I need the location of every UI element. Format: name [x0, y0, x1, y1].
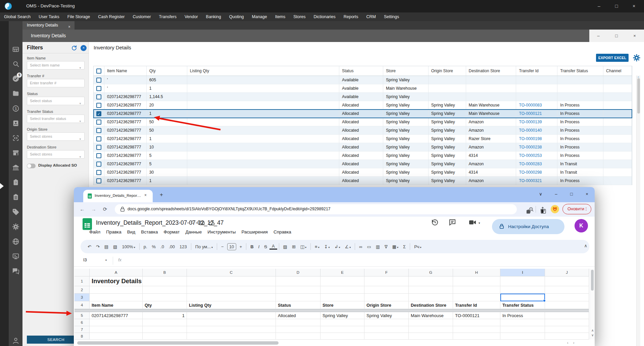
paint-format-icon[interactable]: ▧ — [111, 244, 119, 249]
cell-J3[interactable] — [545, 294, 589, 301]
cell-A1[interactable]: Inventory Details — [90, 276, 143, 286]
cell-D1[interactable] — [276, 276, 320, 286]
child-close-button[interactable]: × — [626, 30, 644, 42]
export-excel-button[interactable]: EXPORT EXCEL — [596, 54, 629, 62]
table-row[interactable]: 02071423629877720AllocatedSpring ValleyS… — [94, 101, 632, 110]
selected-cell-I3[interactable] — [500, 294, 545, 301]
cell-H5[interactable]: TO-0000121 — [453, 312, 500, 319]
sheets-menu-[interactable]: Инструменты — [207, 229, 236, 234]
menu-item-items[interactable]: Items — [271, 12, 290, 21]
new-tab-button[interactable]: + — [158, 191, 165, 199]
move-folder-icon[interactable] — [199, 220, 205, 226]
menu-item-file-storage[interactable]: File Storage — [63, 12, 94, 21]
borders-icon[interactable]: ⊞ — [290, 244, 298, 249]
cell-I6[interactable] — [500, 319, 545, 326]
transfer-id-link[interactable]: TO-0000253 — [519, 153, 542, 158]
filter-select-origin-store[interactable]: Select stores▼ — [27, 132, 85, 141]
fill-handle[interactable] — [543, 299, 546, 302]
sidebar-chat-icon[interactable] — [12, 267, 19, 275]
column-header-channel[interactable]: Channel — [603, 66, 632, 76]
grid-settings-gear-icon[interactable] — [633, 54, 641, 62]
column-header-origin-store[interactable]: Origin Store — [429, 66, 466, 76]
column-header-B[interactable]: B — [143, 269, 187, 276]
row-checkbox[interactable] — [96, 86, 101, 91]
menu-item-crm[interactable]: CRM — [362, 12, 380, 21]
cell-D8[interactable] — [276, 333, 320, 340]
menu-item-global-search[interactable]: Global Search — [0, 12, 35, 21]
pivot-table-icon[interactable]: ▦▾ — [390, 244, 401, 249]
cell-C4[interactable]: Listing Qty — [187, 301, 276, 309]
cell-C7[interactable] — [187, 326, 276, 333]
row-header-4[interactable]: 4 — [75, 301, 90, 309]
table-row[interactable]: 02071423629877750AllocatedSpring ValleyS… — [94, 118, 632, 126]
cell-A4[interactable]: Item Name — [90, 301, 143, 309]
cell-A8[interactable] — [90, 333, 143, 340]
menu-item-settings[interactable]: Settings — [380, 12, 403, 21]
cell-H8[interactable] — [453, 333, 500, 340]
cell-B7[interactable] — [143, 326, 187, 333]
account-avatar[interactable]: K — [575, 219, 588, 232]
table-row[interactable]: 02071423629877710AllocatedSpring ValleyS… — [94, 143, 632, 152]
cell-E2[interactable] — [320, 286, 364, 294]
name-box[interactable]: I3 — [83, 257, 87, 262]
table-row[interactable]: 0207142362987771AllocatedSpring ValleySp… — [94, 177, 632, 185]
cell-J4[interactable] — [545, 301, 589, 309]
star-doc-icon[interactable]: ☆ — [190, 219, 195, 226]
cell-J8[interactable] — [545, 333, 589, 340]
cell-H6[interactable] — [453, 319, 500, 326]
meet-camera-icon[interactable] — [468, 218, 477, 226]
cell-H7[interactable] — [453, 326, 500, 333]
table-row[interactable]: 0207142362987771AllocatedSpring ValleySp… — [94, 135, 632, 143]
sidebar-tags-icon[interactable] — [12, 208, 19, 216]
app-maximize-button[interactable]: □ — [608, 0, 625, 12]
cell-J7[interactable] — [545, 326, 589, 333]
child-restore-button[interactable]: □ — [607, 30, 626, 42]
column-header-status[interactable]: Status — [339, 66, 383, 76]
undo-icon[interactable]: ↶ — [85, 244, 94, 249]
cell-A3[interactable] — [90, 294, 143, 301]
clear-filters-icon[interactable]: × — [81, 45, 87, 51]
cell-E3[interactable] — [320, 294, 364, 301]
sidebar-money-icon[interactable]: $ — [12, 105, 19, 112]
cell-G4[interactable]: Destination Store — [409, 301, 453, 309]
cell-E5[interactable]: Spring Valley — [320, 312, 364, 319]
table-row[interactable]: 0207142362987775AllocatedSpring ValleySp… — [94, 160, 632, 168]
table-row[interactable]: '605AvailableSpring Valley — [94, 76, 632, 84]
menu-item-transfers[interactable]: Transfers — [155, 12, 181, 21]
row-checkbox[interactable] — [96, 103, 101, 108]
cell-G2[interactable] — [409, 286, 453, 294]
reload-icon[interactable]: ⟳ — [101, 206, 109, 213]
print-icon[interactable]: ▤ — [102, 244, 111, 249]
row-header-6[interactable]: 6 — [75, 319, 90, 326]
transfer-id-link[interactable]: TO-0000139 — [519, 120, 542, 124]
sheets-menu-[interactable]: Файл — [89, 229, 100, 234]
cell-F4[interactable]: Origin Store — [364, 301, 409, 309]
menu-item-stores[interactable]: Stores — [289, 12, 309, 21]
cell-G7[interactable] — [409, 326, 453, 333]
row-checkbox[interactable] — [96, 170, 101, 175]
vertical-align-icon[interactable]: ↧▾ — [322, 244, 332, 249]
chrome-tab[interactable]: Inventory_Details_Report_2023 × — [83, 190, 153, 202]
cell-B2[interactable] — [143, 286, 187, 294]
cell-A7[interactable] — [90, 326, 143, 333]
cell-A6[interactable] — [90, 319, 143, 326]
table-row[interactable]: 02071423629877750AllocatedSpring ValleyS… — [94, 126, 632, 135]
table-row[interactable]: 02071423629877730AllocatedSpring ValleyS… — [94, 168, 632, 177]
transfer-id-link[interactable]: TO-0000198 — [519, 136, 542, 141]
child-minimize-button[interactable]: – — [589, 30, 607, 42]
tab-inventory-details[interactable]: Inventory Details × — [22, 21, 75, 30]
cell-G5[interactable]: Main Warehouse — [409, 312, 453, 319]
decrease-decimals-icon[interactable]: .0 — [158, 244, 166, 249]
cell-F8[interactable] — [364, 333, 409, 340]
transfer-id-link[interactable]: TO-0000283 — [519, 162, 542, 166]
more-formats-icon[interactable]: 123 — [177, 244, 189, 249]
sheets-menu-[interactable]: Вставка — [141, 229, 158, 234]
table-row[interactable]: 0207142362987771,144.5AvailableSpring Va… — [94, 93, 632, 101]
cell-H4[interactable]: Transfer Id — [453, 301, 500, 309]
row-checkbox[interactable] — [96, 94, 101, 99]
refresh-filters-icon[interactable] — [71, 45, 77, 51]
cell-F7[interactable] — [364, 326, 409, 333]
row-header-7[interactable]: 7 — [75, 326, 90, 333]
cell-D7[interactable] — [276, 326, 320, 333]
meet-caret-icon[interactable]: ▾ — [479, 221, 480, 225]
